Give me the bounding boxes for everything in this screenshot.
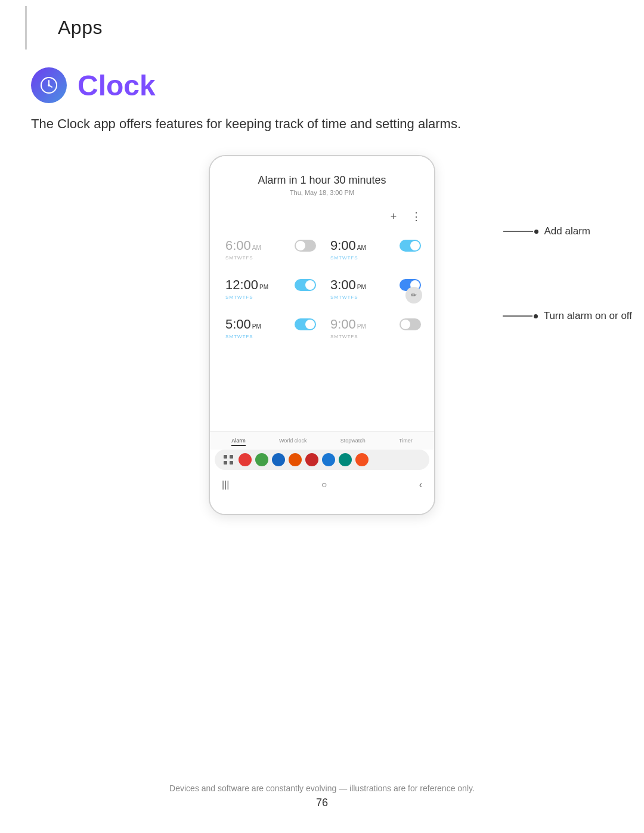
alarm-header: Alarm in 1 hour 30 minutes Thu, May 18, … xyxy=(210,156,434,206)
callout-turn-alarm: Turn alarm on or off xyxy=(503,310,632,322)
back-button[interactable]: ‹ xyxy=(419,479,422,490)
turn-alarm-label: Turn alarm on or off xyxy=(538,310,632,322)
svg-rect-6 xyxy=(224,461,227,465)
alarm-toggle[interactable] xyxy=(295,240,316,252)
tab-world-clock[interactable]: World clock xyxy=(279,438,306,446)
add-alarm-label: Add alarm xyxy=(538,225,590,237)
alarm-item: 12:00 PM SMTWTFS xyxy=(217,269,322,308)
apps-grid-icon[interactable] xyxy=(222,453,235,466)
app-icon-red[interactable] xyxy=(239,453,252,466)
footer: Devices and software are constantly evol… xyxy=(0,784,644,809)
svg-point-3 xyxy=(48,84,50,86)
app-icon-blue-dark[interactable] xyxy=(272,453,285,466)
footer-note: Devices and software are constantly evol… xyxy=(0,784,644,793)
app-icon-teal[interactable] xyxy=(339,453,352,466)
callout-dot xyxy=(534,230,538,234)
alarm-item: 9:00 AM SMTWTFS xyxy=(322,230,427,269)
edit-icon[interactable]: ✏ xyxy=(405,287,422,304)
tab-stopwatch[interactable]: Stopwatch xyxy=(340,438,366,446)
mockup-area: Alarm in 1 hour 30 minutes Thu, May 18, … xyxy=(31,155,613,515)
alarm-time-display: 6:00 AM xyxy=(225,238,261,253)
alarm-item: 3:00 PM SMTWTFS ✏ xyxy=(322,269,427,308)
svg-rect-5 xyxy=(230,455,233,459)
alarm-days: SMTWTFS xyxy=(225,255,316,261)
alarm-time-display: 12:00 PM xyxy=(225,277,268,293)
alarm-countdown: Alarm in 1 hour 30 minutes xyxy=(222,174,422,187)
alarm-item: 5:00 PM SMTWTFS xyxy=(217,308,322,348)
svg-rect-7 xyxy=(230,461,233,465)
tab-alarm[interactable]: Alarm xyxy=(231,438,246,446)
svg-rect-4 xyxy=(224,455,227,459)
callout-add-alarm: Add alarm xyxy=(503,225,590,237)
alarm-toggle[interactable] xyxy=(295,279,316,291)
recents-button[interactable]: ||| xyxy=(222,479,229,490)
clock-heading: Clock xyxy=(31,67,613,103)
app-icon-blue[interactable] xyxy=(322,453,335,466)
alarm-time-display: 5:00 PM xyxy=(225,317,261,332)
header-title: Apps xyxy=(58,17,103,38)
alarm-toggle[interactable] xyxy=(400,318,421,330)
more-options-button[interactable]: ⋮ xyxy=(408,208,425,225)
alarm-time-display: 9:00 PM xyxy=(330,317,366,332)
alarm-time-display: 3:00 PM xyxy=(330,277,366,293)
alarm-toggle[interactable] xyxy=(295,318,316,330)
bottom-nav: Alarm World clock Stopwatch Timer xyxy=(210,431,434,450)
home-button[interactable]: ○ xyxy=(321,479,327,490)
alarm-time-display: 9:00 AM xyxy=(330,238,366,253)
clock-description: The Clock app offers features for keepin… xyxy=(31,114,613,134)
app-icon-orange[interactable] xyxy=(289,453,302,466)
callout-line xyxy=(503,231,533,232)
callout-dot-2 xyxy=(534,314,538,318)
alarm-item: 6:00 AM SMTWTFS xyxy=(217,230,322,269)
alarm-days: SMTWTFS xyxy=(225,334,316,339)
alarm-days: SMTWTFS xyxy=(330,255,421,261)
app-icon-deeporange[interactable] xyxy=(355,453,369,466)
alarm-toggle[interactable] xyxy=(400,240,421,252)
clock-app-icon xyxy=(31,67,67,103)
alarm-date: Thu, May 18, 3:00 PM xyxy=(222,189,422,196)
tab-timer[interactable]: Timer xyxy=(399,438,413,446)
device-mockup: Alarm in 1 hour 30 minutes Thu, May 18, … xyxy=(209,155,435,515)
page-number: 76 xyxy=(0,797,644,809)
alarm-days: SMTWTFS xyxy=(330,334,421,339)
system-nav: ||| ○ ‹ xyxy=(210,475,434,495)
alarm-toolbar: + ⋮ xyxy=(210,206,434,230)
app-icon-darkred[interactable] xyxy=(305,453,318,466)
app-icon-green[interactable] xyxy=(255,453,268,466)
clock-section: Clock The Clock app offers features for … xyxy=(0,49,644,515)
add-alarm-button[interactable]: + xyxy=(385,208,402,225)
callout-line-2 xyxy=(503,315,532,317)
app-tray xyxy=(215,450,429,470)
page-title: Clock xyxy=(78,69,156,102)
alarm-days: SMTWTFS xyxy=(225,295,316,300)
alarm-list: 6:00 AM SMTWTFS 9:00 xyxy=(210,230,434,348)
alarm-item: 9:00 PM SMTWTFS xyxy=(322,308,427,348)
breadcrumb: Apps xyxy=(25,6,644,49)
